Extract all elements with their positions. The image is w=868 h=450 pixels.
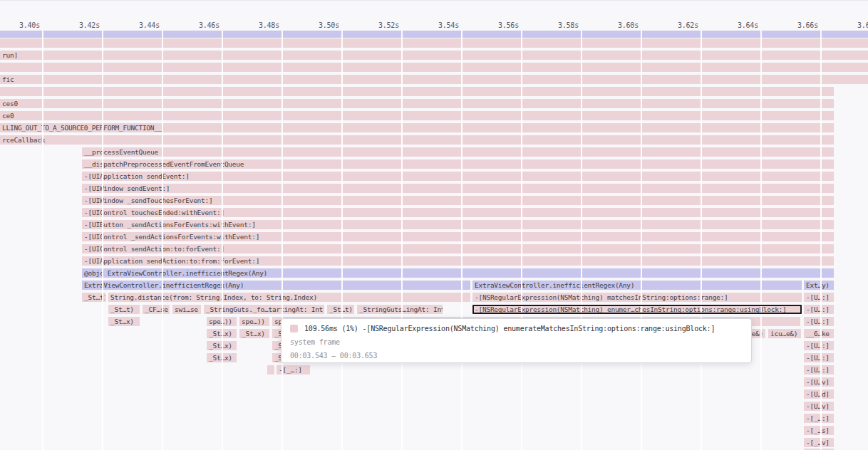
time-tick-label: 3.62s xyxy=(678,21,698,29)
stack-frame[interactable]: spe…)) xyxy=(239,317,269,326)
time-tick-label: 3.48s xyxy=(259,21,279,29)
time-tick-label: 3.64s xyxy=(738,21,758,29)
stack-frame[interactable]: -[UIControl _sendActionsForEvents:withEv… xyxy=(82,232,834,241)
stack-frame[interactable]: _St…x) xyxy=(207,353,237,362)
stack-frame[interactable]: ces0 xyxy=(0,99,834,108)
time-tick-label: 3.58s xyxy=(558,21,579,29)
tooltip-duration-line: 109.56ms (1%) -[NSRegularExpression(NSMa… xyxy=(290,324,743,333)
stack-frame[interactable]: ce0 xyxy=(0,111,834,120)
stack-frame[interactable]: -[UIButton _sendActionsForEvents:withEve… xyxy=(82,220,834,229)
stack-frame[interactable]: -[U…:] xyxy=(804,305,834,314)
time-tick-label: 3.42s xyxy=(79,21,100,29)
tooltip-frame-type: system frame xyxy=(290,338,743,346)
stack-frame[interactable]: _St…t) xyxy=(327,305,354,314)
stack-frame[interactable]: -[UIControl sendAction:to:forEvent:] xyxy=(82,244,834,253)
stack-frame[interactable]: -[_…s] xyxy=(804,426,834,435)
stack-frame[interactable]: -[UIControl touchesEnded:withEvent:] xyxy=(82,208,834,217)
stack-frame[interactable]: -[U…:] xyxy=(804,353,834,362)
stack-frame[interactable] xyxy=(0,31,868,38)
stack-frame[interactable]: _St…t) xyxy=(108,305,140,314)
stack-frame[interactable]: swi…se xyxy=(172,305,201,314)
stack-frame[interactable]: @objc ExtraViewController.inefficientReg… xyxy=(82,268,834,278)
frame-tooltip: 109.56ms (1%) -[NSRegularExpression(NSMa… xyxy=(281,318,752,363)
stack-frame[interactable]: -[U…:] xyxy=(804,317,834,326)
stack-frame[interactable]: _St…x) xyxy=(239,329,269,338)
stack-frame[interactable] xyxy=(267,365,274,375)
stack-frame[interactable] xyxy=(0,38,868,48)
stack-frame[interactable]: -[NSRegularExpression(NSMatching) matche… xyxy=(472,293,802,302)
frame-color-swatch-icon xyxy=(290,325,298,333)
stack-frame[interactable]: -[U…:] xyxy=(804,293,834,302)
time-tick-label: 3.46s xyxy=(199,21,219,29)
stack-frame[interactable]: ExtraViewController.inefficientRegex(Any… xyxy=(472,281,802,290)
stack-frame[interactable]: __dispatchPreprocessedEventFromEventQueu… xyxy=(82,159,834,169)
stack-frame[interactable]: -[_…:] xyxy=(277,365,310,375)
stack-frame[interactable]: -[U…d] xyxy=(804,389,834,399)
stack-frame[interactable]: _StringGuts…ingAt: Int) xyxy=(357,305,443,314)
stack-frame[interactable]: _CF…se xyxy=(143,305,170,314)
stack-frame[interactable]: -[_…v] xyxy=(804,438,834,447)
time-tick-label: 3.50s xyxy=(319,21,339,29)
tooltip-duration-text: 109.56ms (1%) -[NSRegularExpression(NSMa… xyxy=(304,325,715,333)
stack-frame[interactable]: _StringGuts._fo…tartingAt: Int) xyxy=(204,305,324,314)
time-tick-label: 3.40s xyxy=(19,21,40,29)
stack-frame[interactable]: -[UIApplication sendAction:to:from:forEv… xyxy=(82,256,834,266)
stack-frame[interactable]: _St…x) xyxy=(207,341,237,350)
time-tick-label: 3.6 xyxy=(857,21,868,29)
stack-frame[interactable] xyxy=(0,87,834,96)
stack-frame[interactable]: fic xyxy=(0,75,868,84)
stack-frame[interactable]: -[U…:] xyxy=(804,341,834,350)
tooltip-time-range: 00:03.543 — 00:03.653 xyxy=(290,351,743,360)
stack-frame[interactable]: __processEventQueue xyxy=(82,147,834,157)
stack-frame[interactable]: -[U…v] xyxy=(804,377,834,387)
stack-frame[interactable]: __6…ke xyxy=(804,329,834,338)
stack-frame[interactable]: _St…x) xyxy=(108,317,140,326)
stack-frame[interactable]: _St…t) xyxy=(82,293,105,302)
stack-frame[interactable]: -[UIApplication sendEvent:] xyxy=(82,172,834,181)
time-tick-label: 3.56s xyxy=(498,21,519,29)
stack-frame[interactable]: run] xyxy=(0,51,868,60)
stack-frame[interactable]: -[U…:] xyxy=(804,365,834,375)
stack-frame[interactable]: Ext…y) xyxy=(804,281,834,290)
stack-frame[interactable]: ExtraViewController.inefficientRegex(Any… xyxy=(82,281,470,290)
flame-chart: 3.40s3.42s3.44s3.46s3.48s3.50s3.52s3.54s… xyxy=(0,0,868,450)
stack-frame[interactable]: icu…e&) xyxy=(768,329,801,338)
stack-frame[interactable]: String.distance(from: String.Index, to: … xyxy=(108,293,470,302)
stack-frame[interactable]: -[UIWindow sendEvent:] xyxy=(82,184,834,193)
stack-frame[interactable]: -[U…v] xyxy=(804,402,834,411)
time-tick-label: 3.54s xyxy=(438,21,459,29)
stack-frame[interactable]: spe…)) xyxy=(207,317,237,326)
stack-frame-selected[interactable]: -[NSRegularExpression(NSMatching) enumer… xyxy=(472,305,802,314)
time-tick-label: 3.60s xyxy=(618,21,639,29)
stack-frame[interactable]: LLING_OUT_TO_A_SOURCE0_PERFORM_FUNCTION_… xyxy=(0,123,834,132)
time-tick-label: 3.52s xyxy=(378,21,399,29)
time-tick-label: 3.66s xyxy=(797,21,818,29)
stack-frame[interactable]: rceCallback xyxy=(0,135,834,145)
stack-frame[interactable]: -[UIWindow _sendTouchesForEvent:] xyxy=(82,196,834,205)
stack-frame[interactable] xyxy=(0,63,868,72)
time-ruler: 3.40s3.42s3.44s3.46s3.48s3.50s3.52s3.54s… xyxy=(0,0,868,31)
stack-frame[interactable]: _St…x) xyxy=(207,329,237,338)
stack-frame[interactable]: -[_…:] xyxy=(804,414,834,423)
time-tick-label: 3.44s xyxy=(139,21,160,29)
